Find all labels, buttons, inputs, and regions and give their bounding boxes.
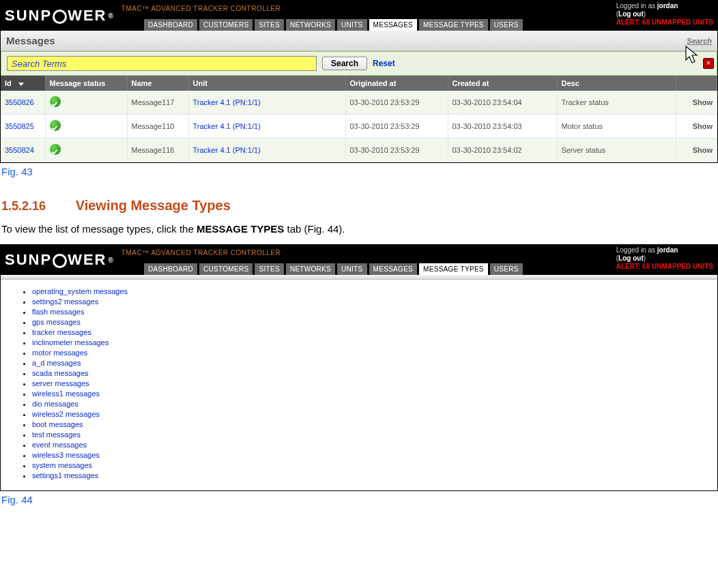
logout-row: (Log out) [616, 254, 713, 263]
tab-sites[interactable]: SITES [255, 19, 283, 31]
cell-unit[interactable]: Tracker 4.1 (PN:1/1) [188, 91, 345, 115]
search-input[interactable] [7, 56, 317, 71]
list-item[interactable]: a_d messages [32, 358, 704, 368]
tab-messages[interactable]: MESSAGES [369, 263, 418, 275]
list-item[interactable]: dio messages [32, 399, 704, 409]
figure-caption-44: Fig. 44 [1, 494, 718, 505]
show-link[interactable]: Show [676, 115, 717, 138]
cell-unit[interactable]: Tracker 4.1 (PN:1/1) [188, 115, 345, 138]
close-icon[interactable]: × [703, 58, 714, 69]
table-row: 3550824 Message116 Tracker 4.1 (PN:1/1) … [1, 138, 717, 162]
tab-units[interactable]: UNITS [337, 19, 367, 31]
brand-right: WER [68, 7, 106, 25]
list-item[interactable]: flash messages [32, 307, 704, 317]
section-heading: 1.5.2.16 Viewing Message Types [1, 198, 718, 214]
logout-row: (Log out) [616, 10, 713, 18]
brand-o-icon [53, 10, 67, 24]
col-created[interactable]: Created at [448, 76, 557, 91]
list-item[interactable]: scada messages [32, 368, 704, 379]
sort-desc-icon [18, 83, 24, 86]
body-bold: MESSAGE TYPES [197, 223, 284, 235]
list-item[interactable]: event messages [32, 440, 704, 450]
brand-subtitle: TMAC™ ADVANCED TRACKER CONTROLLER [121, 1, 281, 12]
cell-status [45, 115, 127, 138]
list-item[interactable]: tracker messages [32, 327, 704, 338]
list-item[interactable]: motor messages [32, 348, 704, 358]
tab-dashboard[interactable]: DASHBOARD [144, 263, 197, 275]
search-toggle-link[interactable]: Search [687, 37, 712, 45]
table-row: 3550826 Message117 Tracker 4.1 (PN:1/1) … [1, 91, 717, 115]
search-bar: Search Reset × [1, 51, 717, 76]
col-id[interactable]: Id [1, 76, 45, 91]
col-status[interactable]: Message status [45, 76, 127, 91]
main-nav: DASHBOARD CUSTOMERS SITES NETWORKS UNITS… [144, 263, 523, 275]
list-item[interactable]: server messages [32, 379, 704, 389]
status-ok-icon [50, 96, 61, 107]
brand-reg: ® [108, 256, 114, 264]
list-item[interactable]: boot messages [32, 420, 704, 430]
section-number: 1.5.2.16 [1, 199, 46, 213]
username: jordan [657, 246, 678, 254]
table-header-row: Id Message status Name Unit Originated a… [1, 76, 717, 91]
tab-message-types[interactable]: MESSAGE TYPES [419, 263, 488, 275]
list-item[interactable]: operating_system messages [32, 286, 704, 297]
panel-title: Messages [6, 35, 55, 46]
cell-id[interactable]: 3550825 [1, 115, 45, 138]
brand-subtitle: TMAC™ ADVANCED TRACKER CONTROLLER [121, 245, 281, 256]
alert-text: ALERT: 68 UNMAPPED UNITS [616, 18, 713, 27]
tab-sites[interactable]: SITES [255, 263, 283, 275]
col-unit[interactable]: Unit [188, 76, 345, 91]
status-ok-icon [50, 120, 61, 131]
brand-name: SUNP WER ® [5, 251, 115, 269]
show-link[interactable]: Show [676, 91, 717, 115]
list-item[interactable]: gps messages [32, 317, 704, 327]
tab-message-types[interactable]: MESSAGE TYPES [419, 19, 488, 31]
list-item[interactable]: wireless2 messages [32, 409, 704, 420]
cell-originated: 03-30-2010 23:53:29 [345, 91, 448, 115]
tab-customers[interactable]: CUSTOMERS [199, 19, 253, 31]
cell-name: Message116 [127, 138, 188, 162]
list-item[interactable]: settings1 messages [32, 471, 704, 481]
panel-header: Messages Search [1, 31, 717, 51]
app-header: SUNP WER ® TMAC™ ADVANCED TRACKER CONTRO… [1, 1, 717, 31]
alert-text: ALERT: 68 UNMAPPED UNITS [616, 263, 713, 271]
search-button[interactable]: Search [322, 57, 367, 70]
cell-id[interactable]: 3550824 [1, 138, 45, 162]
brand-left: SUNP [5, 251, 52, 269]
cell-id[interactable]: 3550826 [1, 91, 45, 115]
tab-users[interactable]: USERS [490, 263, 523, 275]
reset-link[interactable]: Reset [373, 59, 395, 68]
section-title: Viewing Message Types [76, 198, 231, 213]
cell-status [45, 91, 127, 115]
cell-originated: 03-30-2010 23:53:29 [345, 115, 448, 138]
brand-reg: ® [108, 12, 114, 20]
brand-o-icon [53, 254, 67, 268]
tab-users[interactable]: USERS [490, 19, 523, 31]
list-item[interactable]: inclinometer messages [32, 338, 704, 348]
cell-desc: Motor status [557, 115, 676, 138]
status-ok-icon [50, 144, 61, 155]
col-desc[interactable]: Desc [557, 76, 676, 91]
tab-networks[interactable]: NETWORKS [286, 263, 335, 275]
tab-networks[interactable]: NETWORKS [286, 19, 335, 31]
tab-units[interactable]: UNITS [337, 263, 367, 275]
tab-messages[interactable]: MESSAGES [369, 19, 418, 31]
screenshot-messages: SUNP WER ® TMAC™ ADVANCED TRACKER CONTRO… [0, 0, 718, 163]
list-item[interactable]: test messages [32, 430, 704, 440]
logout-link[interactable]: Log out [618, 254, 644, 262]
list-item[interactable]: settings2 messages [32, 297, 704, 307]
tab-customers[interactable]: CUSTOMERS [199, 263, 253, 275]
username: jordan [657, 2, 678, 10]
cell-created: 03-30-2010 23:54:02 [448, 138, 557, 162]
tab-dashboard[interactable]: DASHBOARD [144, 19, 197, 31]
list-item[interactable]: wireless3 messages [32, 450, 704, 460]
list-item[interactable]: system messages [32, 460, 704, 471]
list-item[interactable]: wireless1 messages [32, 389, 704, 399]
cell-unit[interactable]: Tracker 4.1 (PN:1/1) [188, 138, 345, 162]
show-link[interactable]: Show [676, 138, 717, 162]
logout-link[interactable]: Log out [618, 10, 644, 18]
col-originated[interactable]: Originated at [345, 76, 448, 91]
cell-name: Message110 [127, 115, 188, 138]
col-name[interactable]: Name [127, 76, 188, 91]
cell-originated: 03-30-2010 23:53:29 [345, 138, 448, 162]
